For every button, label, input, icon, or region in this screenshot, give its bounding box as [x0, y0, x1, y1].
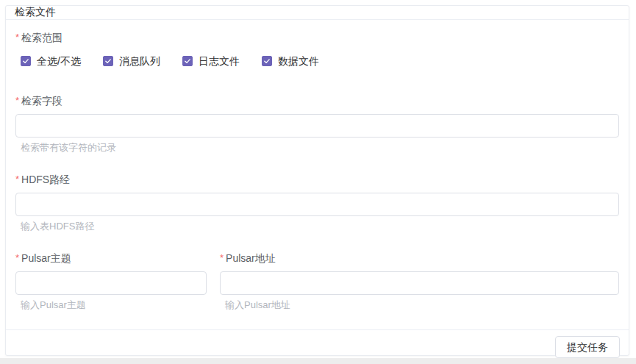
scope-label: *检索范围	[15, 30, 619, 45]
required-asterisk: *	[15, 32, 19, 43]
page: 检索文件 *检索范围 全选/不选 消息队列	[0, 0, 636, 361]
pulsar-address-input[interactable]	[220, 271, 619, 295]
pulsar-topic-input[interactable]	[15, 271, 207, 295]
form-item-pulsar-address: *Pulsar地址 输入Pulsar地址	[220, 251, 619, 312]
checkbox-log-file[interactable]: 日志文件	[182, 54, 240, 68]
search-field-label: *检索字段	[15, 93, 619, 108]
pulsar-topic-helper: 输入Pulsar主题	[15, 299, 207, 312]
search-field-helper: 检索带有该字符的记录	[15, 141, 619, 154]
form-item-search-field: *检索字段 检索带有该字符的记录	[15, 93, 619, 154]
checkbox-message-queue[interactable]: 消息队列	[103, 54, 160, 68]
checkbox-data-file[interactable]: 数据文件	[262, 54, 319, 68]
hdfs-path-label-text: HDFS路经	[21, 174, 70, 185]
checkbox-checked-icon	[182, 56, 193, 66]
pulsar-address-label-text: Pulsar地址	[226, 252, 276, 264]
scope-label-text: 检索范围	[21, 32, 62, 43]
checkbox-checked-icon	[262, 56, 272, 66]
pulsar-address-helper: 输入Pulsar地址	[220, 299, 619, 312]
pulsar-topic-label-text: Pulsar主题	[21, 252, 71, 264]
required-asterisk: *	[15, 252, 19, 263]
pulsar-address-label: *Pulsar地址	[220, 251, 619, 265]
card-header: 检索文件	[6, 6, 629, 20]
hdfs-path-label: *HDFS路经	[15, 172, 619, 187]
search-file-card: 检索文件 *检索范围 全选/不选 消息队列	[5, 5, 629, 356]
hdfs-path-input[interactable]	[15, 193, 619, 216]
checkbox-label: 消息队列	[119, 54, 160, 68]
checkbox-checked-icon	[103, 56, 113, 66]
card-body: *检索范围 全选/不选 消息队列 日志文件	[6, 20, 629, 329]
required-asterisk: *	[220, 252, 224, 263]
pulsar-topic-label: *Pulsar主题	[15, 251, 207, 265]
checkbox-label: 全选/不选	[37, 54, 81, 68]
form-item-pulsar-topic: *Pulsar主题 输入Pulsar主题	[15, 251, 207, 312]
checkbox-label: 日志文件	[199, 54, 240, 68]
submit-task-button[interactable]: 提交任务	[555, 336, 620, 358]
card-title: 检索文件	[15, 6, 56, 19]
required-asterisk: *	[15, 95, 19, 106]
checkbox-checked-icon	[21, 56, 31, 66]
required-asterisk: *	[15, 174, 19, 185]
checkbox-select-all[interactable]: 全选/不选	[21, 54, 81, 68]
pulsar-row: *Pulsar主题 输入Pulsar主题 *Pulsar地址 输入Pulsar地…	[15, 251, 619, 329]
checkbox-label: 数据文件	[278, 54, 319, 68]
form-item-scope: *检索范围 全选/不选 消息队列 日志文件	[15, 30, 619, 68]
hdfs-path-helper: 输入表HDFS路径	[15, 220, 619, 233]
search-field-label-text: 检索字段	[21, 95, 62, 107]
form-item-hdfs-path: *HDFS路经 输入表HDFS路径	[15, 172, 619, 233]
bottom-strip	[0, 358, 636, 364]
search-field-input[interactable]	[15, 114, 619, 138]
scope-checkbox-group: 全选/不选 消息队列 日志文件 数据文件	[15, 54, 619, 68]
